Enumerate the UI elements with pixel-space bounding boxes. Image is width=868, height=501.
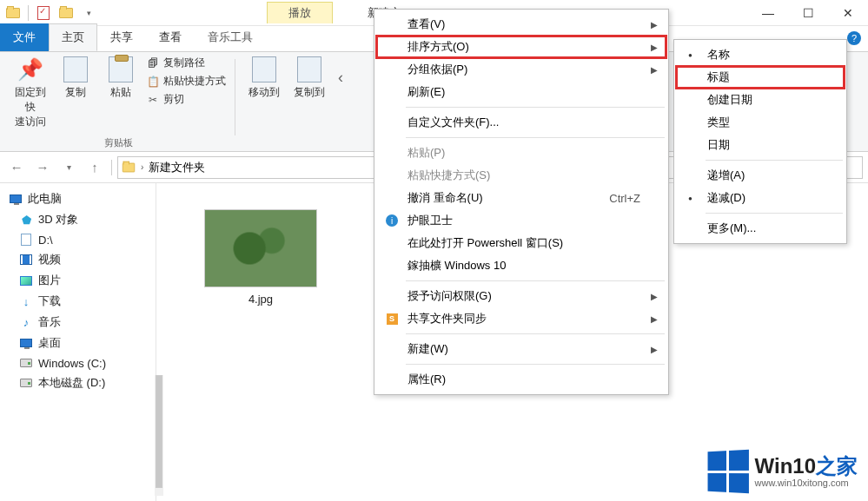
recent-dropdown[interactable]: ▾ <box>57 156 80 179</box>
tree-this-pc[interactable]: 此电脑 <box>0 188 156 209</box>
paste-button[interactable]: 粘贴 <box>101 56 141 100</box>
cube-icon: ⬟ <box>19 213 33 227</box>
file-item[interactable]: 4.jpg <box>200 209 321 306</box>
sort-name[interactable]: 名称 <box>676 43 845 66</box>
ribbon-truncated-icon: ‹ <box>338 69 343 87</box>
pin-quick-access-button[interactable]: 📌 固定到快 速访问 <box>10 56 50 129</box>
ctx-paste[interactable]: 粘贴(P) <box>376 142 666 164</box>
ctx-paste-shortcut[interactable]: 粘贴快捷方式(S) <box>376 164 666 187</box>
ctx-eye-guard[interactable]: i护眼卫士 <box>376 209 666 232</box>
back-button[interactable]: ← <box>5 156 28 179</box>
ctx-grant-access[interactable]: 授予访问权限(G)▶ <box>376 285 666 307</box>
ctx-win10[interactable]: 鎵抽櫎 Windows 10 <box>376 254 666 277</box>
tree-d-drive[interactable]: D:\ <box>0 230 156 249</box>
paste-shortcut-button[interactable]: 📋粘贴快捷方式 <box>146 74 226 89</box>
film-icon <box>19 253 33 267</box>
folder-icon[interactable] <box>3 3 23 23</box>
chevron-right-icon[interactable]: › <box>141 162 143 172</box>
document-icon <box>19 233 33 247</box>
forward-button[interactable]: → <box>31 156 54 179</box>
up-button[interactable]: ↑ <box>83 156 106 179</box>
tree-music[interactable]: ♪音乐 <box>0 312 156 333</box>
chevron-right-icon: ▶ <box>651 65 658 75</box>
file-label: 4.jpg <box>248 293 273 306</box>
ctx-view[interactable]: 查看(V)▶ <box>376 13 666 36</box>
sort-date[interactable]: 日期 <box>676 134 845 156</box>
clipboard-group-label: 剪贴板 <box>104 136 133 151</box>
music-icon: ♪ <box>19 315 33 329</box>
disk-icon <box>19 356 33 370</box>
monitor-icon <box>9 192 23 206</box>
move-to-button[interactable]: 移动到 <box>244 56 284 100</box>
sort-ascending[interactable]: 递增(A) <box>676 164 845 187</box>
ctx-refresh[interactable]: 刷新(E) <box>376 81 666 103</box>
qat-dropdown-icon[interactable]: ▾ <box>79 3 98 23</box>
properties-qat-icon[interactable] <box>34 3 53 23</box>
tree-videos[interactable]: 视频 <box>0 249 156 270</box>
tab-share[interactable]: 共享 <box>97 23 146 51</box>
copy-button[interactable]: 复制 <box>56 56 96 100</box>
sort-more[interactable]: 更多(M)... <box>676 217 845 240</box>
disk-icon <box>19 376 33 390</box>
breadcrumb-segment[interactable]: 新建文件夹 <box>149 160 205 175</box>
tree-scrollbar[interactable] <box>155 375 163 496</box>
navigation-tree: 此电脑 ⬟3D 对象 D:\ 视频 图片 ↓下载 ♪音乐 桌面 Windows … <box>0 183 156 501</box>
ctx-share-sync[interactable]: S共享文件夹同步▶ <box>376 307 666 330</box>
tab-view[interactable]: 查看 <box>146 23 195 51</box>
thumbnail-image <box>204 209 317 287</box>
ctx-new[interactable]: 新建(W)▶ <box>376 338 666 360</box>
move-to-icon <box>250 56 278 83</box>
chevron-right-icon: ▶ <box>651 20 658 30</box>
tree-local-d[interactable]: 本地磁盘 (D:) <box>0 372 156 393</box>
scrollbar-thumb[interactable] <box>156 375 162 488</box>
sort-descending[interactable]: 递减(D) <box>676 187 845 209</box>
ctx-group[interactable]: 分组依据(P)▶ <box>376 58 666 81</box>
pin-icon: 📌 <box>17 56 44 83</box>
ctx-properties[interactable]: 属性(R) <box>376 368 666 391</box>
chevron-right-icon: ▶ <box>651 314 658 324</box>
copy-to-icon <box>295 56 323 83</box>
copy-path-icon: 🗐 <box>146 56 160 70</box>
copy-to-button[interactable]: 复制到 <box>289 56 329 100</box>
copy-icon <box>62 56 89 83</box>
minimize-button[interactable]: — <box>748 0 788 26</box>
paste-shortcut-icon: 📋 <box>146 75 160 89</box>
watermark-url: www.win10xitong.com <box>755 478 849 488</box>
tree-desktop[interactable]: 桌面 <box>0 333 156 353</box>
picture-icon <box>19 274 33 287</box>
desktop-icon <box>19 336 33 350</box>
tree-downloads[interactable]: ↓下载 <box>0 291 156 312</box>
maximize-button[interactable]: ☐ <box>788 0 828 26</box>
close-button[interactable]: ✕ <box>828 0 868 26</box>
shield-icon: i <box>385 214 399 227</box>
folder-qat-icon[interactable] <box>56 3 76 23</box>
play-context-tab[interactable]: 播放 <box>267 2 333 23</box>
chevron-right-icon: ▶ <box>651 43 658 52</box>
chevron-right-icon: ▶ <box>651 345 658 354</box>
tree-3d-objects[interactable]: ⬟3D 对象 <box>0 209 156 230</box>
tab-home[interactable]: 主页 <box>49 23 97 51</box>
ctx-undo[interactable]: 撤消 重命名(U)Ctrl+Z <box>376 187 666 209</box>
sort-submenu: 名称 标题 创建日期 类型 日期 递增(A) 递减(D) 更多(M)... <box>673 39 847 244</box>
tab-file[interactable]: 文件 <box>0 23 49 51</box>
tree-windows-c[interactable]: Windows (C:) <box>0 353 156 372</box>
quick-access-toolbar: ▾ <box>0 3 102 23</box>
chevron-right-icon: ▶ <box>651 292 658 301</box>
sort-date-created[interactable]: 创建日期 <box>676 89 845 111</box>
tree-pictures[interactable]: 图片 <box>0 270 156 291</box>
sort-title[interactable]: 标题 <box>676 66 845 89</box>
watermark: Win10之家 www.win10xitong.com <box>706 451 858 492</box>
ctx-customize[interactable]: 自定义文件夹(F)... <box>376 111 666 134</box>
copy-path-button[interactable]: 🗐复制路径 <box>146 56 226 70</box>
sort-type[interactable]: 类型 <box>676 111 845 134</box>
cut-icon: ✂ <box>146 93 160 107</box>
help-icon[interactable]: ? <box>847 31 861 45</box>
watermark-brand: Win10 <box>755 454 816 478</box>
cut-button[interactable]: ✂剪切 <box>146 92 226 107</box>
watermark-suffix: 之家 <box>816 454 858 478</box>
tab-music-tools[interactable]: 音乐工具 <box>195 23 266 51</box>
ctx-powershell[interactable]: 在此处打开 Powershell 窗口(S) <box>376 232 666 254</box>
breadcrumb-folder-icon <box>123 162 135 172</box>
ctx-sort[interactable]: 排序方式(O)▶ <box>376 36 666 58</box>
context-menu: 查看(V)▶ 排序方式(O)▶ 分组依据(P)▶ 刷新(E) 自定义文件夹(F)… <box>374 9 669 395</box>
